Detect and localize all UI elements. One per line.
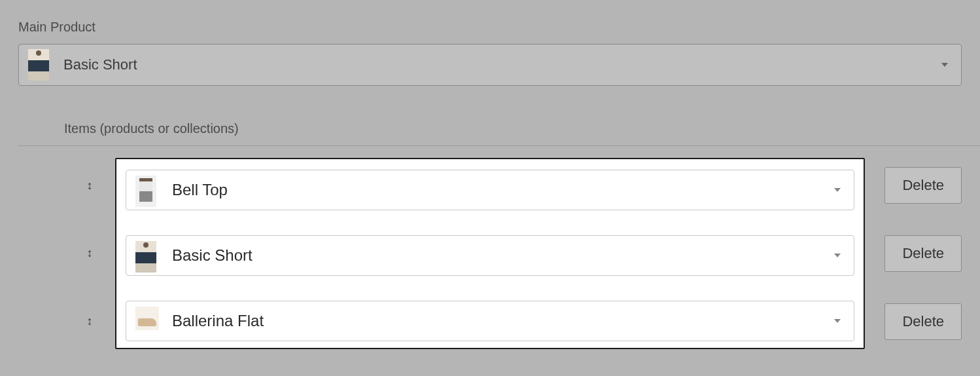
- delete-button[interactable]: Delete: [884, 235, 962, 272]
- item-select[interactable]: Basic Short: [126, 235, 854, 276]
- delete-button[interactable]: Delete: [884, 303, 962, 340]
- main-product-label: Main Product: [18, 20, 962, 35]
- main-product-selected-text: Basic Short: [63, 56, 941, 73]
- item-name-text: Basic Short: [172, 246, 834, 265]
- chevron-down-icon: [834, 188, 841, 192]
- chevron-down-icon: [941, 63, 948, 67]
- product-thumbnail: [28, 49, 49, 81]
- section-divider: [18, 145, 980, 146]
- drag-handle-icon[interactable]: ↕: [87, 246, 93, 260]
- product-thumbnail: [135, 241, 155, 270]
- drag-handle-icon[interactable]: ↕: [87, 179, 93, 193]
- product-thumbnail: [135, 176, 155, 204]
- items-section-label: Items (products or collections): [64, 121, 962, 136]
- chevron-down-icon: [834, 319, 841, 323]
- item-select[interactable]: Bell Top: [126, 170, 854, 210]
- main-product-select[interactable]: Basic Short: [18, 44, 962, 86]
- chevron-down-icon: [834, 254, 841, 257]
- drag-handle-icon[interactable]: ↕: [87, 314, 93, 328]
- items-list-panel: Bell Top Basic Short Ballerina Flat: [115, 158, 865, 349]
- delete-button[interactable]: Delete: [884, 167, 962, 204]
- item-name-text: Ballerina Flat: [172, 312, 834, 330]
- product-thumbnail: [135, 307, 155, 335]
- item-select[interactable]: Ballerina Flat: [126, 301, 854, 341]
- item-name-text: Bell Top: [172, 181, 834, 199]
